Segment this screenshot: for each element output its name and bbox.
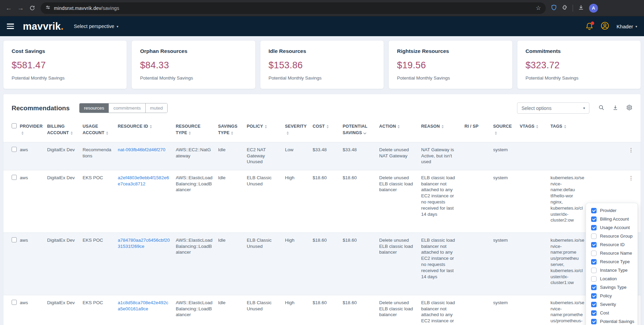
column-option[interactable]: Resource Name — [586, 249, 638, 257]
cell-usage_account: EKS POC — [80, 232, 115, 295]
column-header-action[interactable]: ACTION — [376, 122, 418, 142]
resource-id-link[interactable]: a1c8d58ca708e42e492ca5e00161a9ce — [118, 300, 168, 311]
extensions-puzzle-icon[interactable] — [562, 4, 568, 12]
tab-resources[interactable]: resources — [80, 103, 109, 113]
row-checkbox[interactable] — [12, 300, 17, 305]
checkbox-checked-icon[interactable] — [591, 208, 597, 213]
row-checkbox[interactable] — [12, 175, 17, 180]
cell-severity: Low — [282, 142, 310, 170]
column-select-dropdown[interactable]: Select options ▾ — [517, 102, 589, 114]
column-option[interactable]: Cost — [586, 309, 638, 317]
column-option[interactable]: Savings Type — [586, 283, 638, 292]
checkbox-checked-icon[interactable] — [591, 302, 597, 307]
perspective-selector[interactable]: Select perspective▾ — [74, 24, 118, 29]
column-header-tags[interactable]: TAGS — [548, 122, 641, 142]
checkbox-checked-icon[interactable] — [591, 242, 597, 248]
column-option[interactable]: Location — [586, 274, 638, 283]
column-header-severity[interactable]: SEVERITY — [282, 122, 310, 142]
column-header-savings_type[interactable]: SAVINGS TYPE — [215, 122, 244, 142]
sort-desc-icon — [363, 131, 366, 134]
checkbox-checked-icon[interactable] — [591, 216, 597, 222]
browser-profile-avatar[interactable]: A — [589, 4, 598, 13]
column-option[interactable]: Severity — [586, 300, 638, 309]
column-option[interactable]: Potential Savings — [586, 317, 638, 325]
checkbox-checked-icon[interactable] — [591, 293, 597, 299]
page-title: Recommendations — [12, 104, 70, 112]
column-header-potential_savings[interactable]: POTENTIAL SAVINGS — [340, 122, 376, 142]
row-checkbox[interactable] — [12, 237, 17, 242]
column-header-source[interactable]: SOURCE — [490, 122, 517, 142]
url-bar[interactable]: mindsnxt.mavvrik.dev/savings ☆ — [41, 2, 546, 14]
column-option[interactable]: Instance Type — [586, 266, 638, 274]
app-logo[interactable]: mavvrik. — [23, 21, 63, 32]
select-all-checkbox[interactable] — [12, 123, 17, 128]
cell-reason: NAT Gateway is Active, but isn't used — [418, 142, 462, 170]
cell-vtags — [517, 295, 548, 325]
column-option[interactable]: Provider — [586, 206, 638, 215]
column-header-policy[interactable]: POLICY — [244, 122, 282, 142]
toolbar-divider — [573, 5, 573, 12]
stat-card-subtitle: Potential Monthly Savings — [12, 75, 118, 81]
notifications-bell-icon[interactable] — [586, 22, 593, 30]
checkbox-unchecked-icon[interactable] — [591, 268, 597, 273]
column-option[interactable]: Resource ID — [586, 240, 638, 249]
cell-resource_type: AWS::EC2::NatGateway — [173, 142, 215, 170]
column-option[interactable]: Resource Type — [586, 257, 638, 266]
column-option-label: Resource Group — [600, 234, 632, 239]
tab-muted[interactable]: muted — [146, 103, 168, 113]
downloads-icon[interactable] — [578, 4, 584, 12]
column-header-provider[interactable]: PROVIDER — [17, 122, 44, 142]
resource-id-link[interactable]: nat-093fb46bf2d46f270 — [118, 147, 166, 152]
column-header-resource_id[interactable]: RESOURCE ID — [115, 122, 173, 142]
resource-id-link[interactable]: a784780aa27c6456cbf2031531f269ce — [118, 238, 170, 249]
sort-icon — [231, 131, 233, 135]
column-header-ri_sp[interactable]: RI / SP — [462, 122, 490, 142]
column-option[interactable]: Policy — [586, 292, 638, 300]
column-header-billing_account[interactable]: BILLING ACCOUNT — [44, 122, 80, 142]
user-menu[interactable]: Khader▾ — [617, 24, 637, 29]
checkbox-checked-icon[interactable] — [591, 285, 597, 290]
row-actions-kebab-icon[interactable]: ⋮ — [628, 174, 634, 182]
resource-id-link[interactable]: a2ef4803e9ebb4f1582e6e7cea3c8712 — [118, 175, 169, 186]
shield-extension-icon[interactable] — [551, 4, 557, 12]
checkbox-unchecked-icon[interactable] — [591, 251, 597, 256]
checkbox-checked-icon[interactable] — [591, 319, 597, 324]
cell-provider: aws — [17, 232, 44, 295]
row-actions-kebab-icon[interactable]: ⋮ — [628, 146, 634, 154]
cell-savings_type: Idle — [215, 170, 244, 232]
bookmark-star-icon[interactable]: ☆ — [536, 4, 541, 12]
column-option[interactable]: Usage Account — [586, 223, 638, 232]
checkbox-unchecked-icon[interactable] — [591, 276, 597, 282]
column-header-cost[interactable]: COST — [310, 122, 340, 142]
cell-billing_account: DigitalEx Dev — [44, 295, 80, 325]
cell-action: Delete unused ELB classic load balancer — [376, 295, 418, 325]
column-header-label: RI / SP — [464, 124, 478, 129]
stat-card: Cost Savings$581.47Potential Monthly Sav… — [3, 41, 127, 89]
row-checkbox[interactable] — [12, 147, 17, 152]
row-select-cell — [3, 142, 17, 170]
column-option[interactable]: Billing Account — [586, 215, 638, 223]
forward-icon[interactable]: → — [17, 5, 24, 11]
column-header-usage_account[interactable]: USAGE ACCOUNT — [80, 122, 115, 142]
checkbox-checked-icon[interactable] — [591, 310, 597, 316]
chevron-down-icon: ▾ — [635, 25, 637, 28]
cell-cost: $33.48 — [310, 142, 340, 170]
checkbox-checked-icon[interactable] — [591, 225, 597, 230]
settings-gear-icon[interactable] — [626, 104, 632, 112]
column-header-vtags[interactable]: VTAGS — [517, 122, 548, 142]
site-settings-icon[interactable] — [45, 5, 51, 11]
search-icon[interactable] — [598, 104, 604, 112]
hamburger-menu-icon[interactable] — [7, 24, 14, 29]
user-profile-icon[interactable] — [601, 22, 609, 31]
cell-resource_id: a2ef4803e9ebb4f1582e6e7cea3c8712 — [115, 170, 173, 232]
download-icon[interactable] — [612, 104, 618, 112]
checkbox-checked-icon[interactable] — [591, 259, 597, 265]
back-icon[interactable]: ← — [5, 5, 12, 11]
stat-card-amount: $19.56 — [397, 60, 504, 71]
column-option[interactable]: Resource Group — [586, 232, 638, 240]
column-header-reason[interactable]: REASON — [418, 122, 462, 142]
checkbox-unchecked-icon[interactable] — [591, 234, 597, 239]
reload-icon[interactable] — [29, 5, 35, 11]
column-header-resource_type[interactable]: RESOURCE TYPE — [173, 122, 215, 142]
tab-commitments[interactable]: commitments — [109, 103, 145, 113]
